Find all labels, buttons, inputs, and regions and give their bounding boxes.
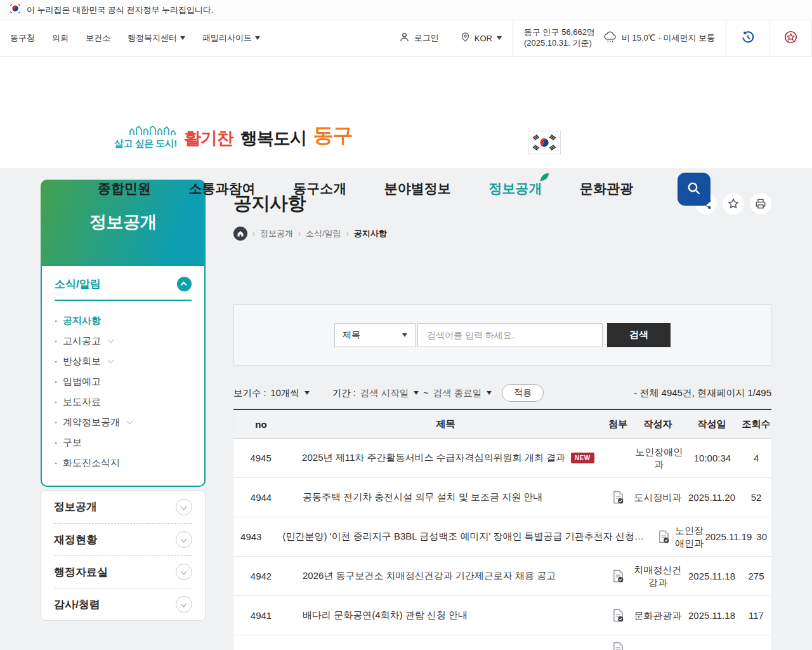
rain-cloud-icon <box>603 31 617 46</box>
nav-field-info[interactable]: 분야별정보 <box>383 177 452 200</box>
row-number: 4943 <box>233 531 269 542</box>
sidebar-section-info-disclosure[interactable]: 정보공개 <box>54 491 192 523</box>
history-button[interactable] <box>726 20 769 56</box>
content-area: 정보공개 소식/알림 · 공지사항 · 고시공고 <box>0 168 812 650</box>
row-views: 117 <box>741 610 771 621</box>
chevron-down-icon[interactable] <box>176 499 192 515</box>
dropdown-arrow-icon <box>402 333 407 337</box>
site-search-button[interactable] <box>678 173 710 206</box>
sidebar-item-press-releases[interactable]: · 보도자료 <box>55 392 192 412</box>
chevron-down-icon[interactable] <box>176 564 192 580</box>
chevron-up-icon[interactable] <box>177 277 192 291</box>
sidebar-section-finance[interactable]: 재정현황 <box>54 523 192 555</box>
favorite-star-button[interactable] <box>723 193 744 215</box>
breadcrumb-info-disclosure[interactable]: 정보공개 <box>260 228 293 239</box>
end-date-select[interactable]: 검색 종료일 <box>433 387 492 399</box>
notice-title-link[interactable]: 2025년 제11차 주간활동서비스 수급자격심의위원회 개최 결과 NEW <box>288 452 605 464</box>
view-count-label: 보기수 : <box>233 387 266 399</box>
link-council[interactable]: 의회 <box>52 32 69 44</box>
chevron-down-icon <box>108 336 114 343</box>
attachment-icon <box>603 491 633 504</box>
link-family-sites[interactable]: 패밀리사이트 <box>202 32 260 44</box>
attachment-icon <box>603 609 633 622</box>
breadcrumb-news[interactable]: 소식/알림 <box>306 228 341 239</box>
nav-about-dongu[interactable]: 동구소개 <box>292 177 348 200</box>
board-filter-row: 보기수 : 10개씩 기간 : 검색 시작일 ~ 검색 종료일 <box>233 384 771 402</box>
table-row-partial <box>233 635 771 650</box>
notice-table: no 제목 첨부 작성자 작성일 조회수 4945 2025년 제11차 주간활… <box>233 409 771 650</box>
row-date: 2025.11.18 <box>683 571 741 581</box>
chevron-down-icon[interactable] <box>176 596 192 613</box>
attachment-icon <box>654 530 674 543</box>
nav-communication[interactable]: 소통과참여 <box>188 177 257 200</box>
bullet-icon: · <box>55 376 58 387</box>
row-date: 2025.11.18 <box>683 610 741 621</box>
bullet-icon: · <box>55 315 58 326</box>
row-number: 4942 <box>233 571 289 581</box>
sidebar-item-hwadojin-newsletter[interactable]: · 화도진소식지 <box>55 453 192 473</box>
sidebar-section-admin-library[interactable]: 행정자료실 <box>54 555 192 588</box>
link-health-center[interactable]: 보건소 <box>86 32 110 44</box>
utility-links: 동구청 의회 보건소 행정복지센터 패밀리사이트 <box>0 20 260 56</box>
print-button[interactable] <box>750 193 771 215</box>
nav-civil-service[interactable]: 종합민원 <box>96 177 152 200</box>
table-row: 4945 2025년 제11차 주간활동서비스 수급자격심의위원회 개최 결과 … <box>233 439 771 478</box>
bullet-icon: · <box>55 336 58 347</box>
site-header: 살고 싶은 도시! 활기찬 행복도시 동구 <box>0 56 812 168</box>
nav-culture-tourism[interactable]: 문화관광 <box>579 177 634 200</box>
start-date-select[interactable]: 검색 시작일 <box>360 387 419 399</box>
bullet-icon: · <box>55 417 58 428</box>
chevron-down-icon[interactable] <box>176 531 192 548</box>
sidebar-item-neighborhood-bulletin[interactable]: · 반상회보 <box>55 351 192 371</box>
utility-right: 로그인 KOR 동구 인구 56,662명 (2025.10.31. 기준) <box>388 20 812 56</box>
notice-title-link[interactable]: (민간분양) '이천 중리지구 B3BL 금성백조 예미지' 장애인 특별공급 … <box>269 531 654 543</box>
site-logo[interactable]: 살고 싶은 도시! 활기찬 행복도시 동구 <box>114 122 353 150</box>
login-button[interactable]: 로그인 <box>388 20 450 56</box>
breadcrumb-separator: › <box>252 229 255 238</box>
sidebar-item-public-announcements[interactable]: · 고시공고 <box>55 331 192 351</box>
link-dongu-office[interactable]: 동구청 <box>10 32 35 44</box>
sidebar-item-notices[interactable]: · 공지사항 <box>55 310 192 331</box>
logo-slogan-2: 행복도시 <box>240 127 306 150</box>
logo-slogan-3: 동구 <box>313 122 353 150</box>
search-category-select[interactable]: 제목 <box>334 323 416 347</box>
search-submit-button[interactable]: 검색 <box>607 323 671 347</box>
sidebar-item-gu-bulletin[interactable]: · 구보 <box>55 432 192 453</box>
breadcrumb: › 정보공개 › 소식/알림 › 공지사항 <box>233 227 771 241</box>
dropdown-arrow-icon <box>255 36 260 40</box>
home-icon[interactable] <box>233 227 247 241</box>
dropdown-arrow-icon <box>497 36 502 40</box>
sidebar-subitems: · 공지사항 · 고시공고 · 반상회보 · 입 <box>55 301 192 473</box>
notice-title-link[interactable]: 배다리 문화공연(4회차) 관람 신청 안내 <box>289 609 603 621</box>
table-row: 4942 2026년 동구보건소 치매정신건강과 기간제근로자 채용 공고 <box>233 557 771 596</box>
skyline-icon <box>128 125 177 138</box>
nav-info-disclosure[interactable]: 정보공개 <box>487 177 543 200</box>
sidebar-section-news: 소식/알림 · 공지사항 · 고시공고 · 반상회보 <box>41 265 206 487</box>
view-count-select[interactable]: 10개씩 <box>271 387 310 399</box>
population-weather: 동구 인구 56,662명 (2025.10.31. 기준) 비 15.0℃ ·… <box>513 20 726 56</box>
main-panel: 공지사항 <box>233 180 771 650</box>
weather-info: 비 15.0℃ · 미세먼지 보통 <box>603 31 715 46</box>
table-row: 4944 공동주택 전기차 충전시설 의무 설치 및 보조금 지원 안내 <box>233 478 771 517</box>
link-admin-welfare-center[interactable]: 행정복지센터 <box>128 32 185 44</box>
row-number: 4945 <box>233 453 288 463</box>
table-row: 4943 (민간분양) '이천 중리지구 B3BL 금성백조 예미지' 장애인 … <box>233 517 771 557</box>
dropdown-arrow-icon <box>304 391 310 395</box>
sidebar-section-news-header[interactable]: 소식/알림 <box>55 277 192 301</box>
sidebar: 정보공개 소식/알림 · 공지사항 · 고시공고 <box>41 180 206 650</box>
sidebar-item-legislation-notice[interactable]: · 입법예고 <box>55 371 192 392</box>
notice-title-link[interactable]: 공동주택 전기차 충전시설 의무 설치 및 보조금 지원 안내 <box>289 491 603 503</box>
sidebar-item-contract-info[interactable]: · 계약정보공개 <box>55 412 192 432</box>
korean-flag-image <box>528 131 561 154</box>
sidebar-section-audit[interactable]: 감사/청렴 <box>54 588 192 620</box>
chevron-down-icon <box>127 418 133 424</box>
attachment-icon <box>603 569 633 583</box>
certification-badge-button[interactable] <box>769 20 812 56</box>
logo-slogan-1: 활기찬 <box>184 127 233 150</box>
apply-button[interactable]: 적용 <box>502 384 544 402</box>
search-input[interactable] <box>417 323 603 347</box>
history-clock-icon <box>741 30 755 46</box>
row-views: 52 <box>741 492 771 503</box>
language-selector[interactable]: KOR <box>450 20 513 56</box>
notice-title-link[interactable]: 2026년 동구보건소 치매정신건강과 기간제근로자 채용 공고 <box>289 570 603 582</box>
